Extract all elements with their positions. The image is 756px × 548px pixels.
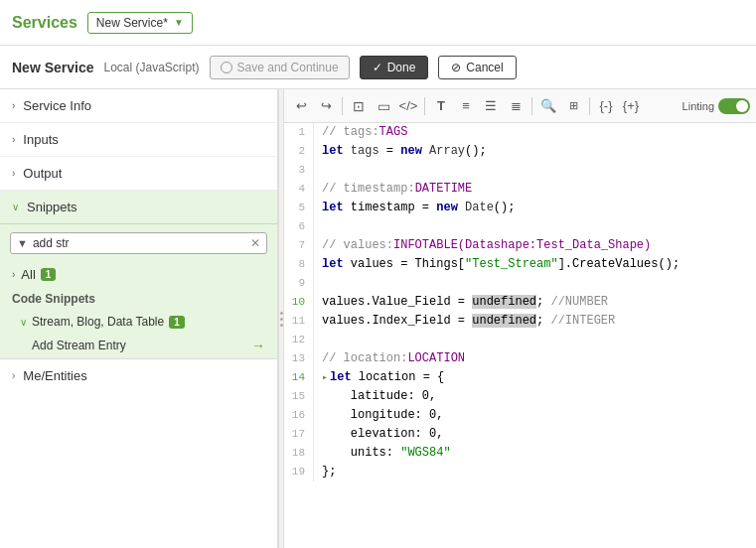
code-line: 5 let timestamp = new Date();	[284, 199, 756, 217]
code-line: 2 let tags = new Array();	[284, 142, 756, 161]
all-row[interactable]: › All 1	[0, 262, 277, 287]
cancel-button[interactable]: ⊘ Cancel	[438, 56, 516, 79]
toolbar-separator	[589, 97, 590, 115]
code-editor[interactable]: 1 // tags:TAGS 2 let tags = new Array();…	[284, 123, 756, 548]
resize-dot	[280, 324, 283, 327]
chevron-down-icon: ∨	[12, 202, 19, 212]
chevron-right-icon: ›	[12, 134, 15, 145]
line-number: 16	[284, 406, 314, 425]
sidebar-item-inputs[interactable]: › Inputs	[0, 123, 277, 157]
search-button[interactable]: 🔍	[537, 95, 559, 117]
output-label: Output	[23, 166, 62, 181]
code-line: 14 ▸ let location = {	[284, 368, 756, 387]
undo-button[interactable]: ↩	[290, 95, 312, 117]
line-number: 15	[284, 387, 314, 406]
toolbar-separator	[342, 97, 343, 115]
sidebar-item-me-entities[interactable]: › Me/Entities	[0, 358, 277, 392]
line-number: 19	[284, 463, 314, 481]
toolbar-separator	[531, 97, 532, 115]
code-line: 1 // tags:TAGS	[284, 123, 756, 142]
sidebar-item-output[interactable]: › Output	[0, 157, 277, 191]
code-line: 9	[284, 274, 756, 293]
new-service-dropdown[interactable]: New Service* ▼	[87, 12, 193, 34]
line-number: 2	[284, 142, 314, 161]
all-badge: 1	[41, 268, 57, 281]
line-number: 12	[284, 331, 314, 349]
wrap-button[interactable]: ⊡	[348, 95, 370, 117]
checkmark-icon: ✓	[373, 61, 382, 74]
code-line: 6	[284, 217, 756, 236]
align-left-button[interactable]: ≡	[455, 95, 477, 117]
code-line: 4 // timestamp:DATETIME	[284, 180, 756, 199]
code-snippets-header: Code Snippets	[0, 287, 277, 311]
redo-button[interactable]: ↪	[315, 95, 337, 117]
code-content: elevation: 0,	[322, 425, 756, 444]
save-continue-button[interactable]: Save and Continue	[210, 56, 350, 79]
local-js-label: Local (JavaScript)	[104, 61, 200, 74]
top-bar: Services New Service* ▼	[0, 0, 756, 46]
unfold-button[interactable]: {+}	[620, 95, 642, 117]
sidebar-item-service-info[interactable]: › Service Info	[0, 89, 277, 123]
linting-label: Linting	[682, 100, 714, 112]
line-number: 7	[284, 236, 314, 255]
code-content: let values = Things["Test_Stream"].Creat…	[322, 255, 756, 274]
line-number: 9	[284, 274, 314, 293]
filter-icon: ▼	[17, 237, 28, 249]
search-replace-button[interactable]: ⊞	[562, 95, 584, 117]
inputs-label: Inputs	[23, 132, 58, 147]
line-number: 18	[284, 444, 314, 463]
code-line: 10 values.Value_Field = undefined; //NUM…	[284, 293, 756, 312]
editor-toolbar: ↩ ↪ ⊡ ▭ </> T ≡ ☰ ≣ 🔍 ⊞ {-} {+} Linting	[284, 89, 756, 123]
chevron-down-icon: ▼	[174, 17, 184, 28]
linting-switch[interactable]	[718, 98, 750, 114]
resize-dot	[280, 318, 283, 321]
cancel-icon: ⊘	[451, 61, 461, 74]
services-title[interactable]: Services	[12, 14, 77, 32]
add-stream-entry-label: Add Stream Entry	[32, 339, 126, 352]
line-number: 6	[284, 217, 314, 236]
code-content: // tags:TAGS	[322, 123, 756, 142]
fold-button[interactable]: {-}	[595, 95, 617, 117]
code-line: 13 // location:LOCATION	[284, 349, 756, 368]
chevron-right-icon: ›	[12, 269, 15, 280]
code-snippets-label: Code Snippets	[12, 292, 95, 306]
cancel-label: Cancel	[466, 61, 503, 74]
snippets-header[interactable]: ∨ Snippets	[0, 191, 277, 224]
chevron-right-icon: ›	[12, 100, 15, 111]
code-content: // timestamp:DATETIME	[322, 180, 756, 199]
new-service-dropdown-label: New Service*	[96, 16, 168, 30]
align-right-button[interactable]: ≣	[505, 95, 527, 117]
circle-icon	[221, 62, 232, 73]
code-content: let timestamp = new Date();	[322, 199, 756, 217]
stream-badge: 1	[169, 316, 185, 329]
text-button[interactable]: T	[430, 95, 452, 117]
new-service-label: New Service	[12, 60, 94, 75]
resize-dot	[280, 312, 283, 315]
toolbar-separator	[424, 97, 425, 115]
chevron-right-icon: ›	[12, 168, 15, 179]
code-content: values.Index_Field = undefined; //INTEGE…	[322, 312, 756, 331]
indent-button[interactable]: ▭	[373, 95, 394, 117]
code-line: 19 };	[284, 463, 756, 481]
add-stream-row[interactable]: Add Stream Entry →	[0, 333, 277, 358]
stream-blog-row[interactable]: ∨ Stream, Blog, Data Table 1	[0, 311, 277, 333]
code-line: 16 longitude: 0,	[284, 406, 756, 425]
code-content: let location = {	[330, 368, 756, 387]
search-input[interactable]	[33, 236, 250, 250]
chevron-down-icon: ∨	[20, 317, 27, 328]
code-line: 17 elevation: 0,	[284, 425, 756, 444]
done-button[interactable]: ✓ Done	[360, 56, 429, 79]
code-button[interactable]: </>	[397, 95, 419, 117]
line-number: 3	[284, 161, 314, 180]
line-number: 8	[284, 255, 314, 274]
align-center-button[interactable]: ☰	[480, 95, 502, 117]
line-number: 4	[284, 180, 314, 199]
me-entities-label: Me/Entities	[23, 368, 86, 383]
code-line: 15 latitude: 0,	[284, 387, 756, 406]
clear-icon[interactable]: ✕	[250, 236, 260, 250]
line-number: 1	[284, 123, 314, 142]
code-line: 11 values.Index_Field = undefined; //INT…	[284, 312, 756, 331]
code-content: longitude: 0,	[322, 406, 756, 425]
code-content: let tags = new Array();	[322, 142, 756, 161]
line-number: 13	[284, 349, 314, 368]
